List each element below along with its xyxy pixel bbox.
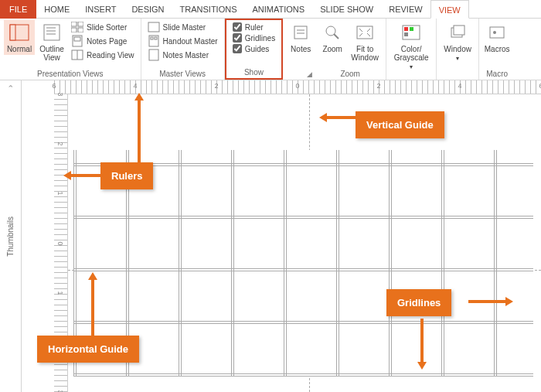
notes-button[interactable]: Notes — [287, 20, 315, 55]
zoom-button[interactable]: Zoom — [318, 20, 346, 55]
callout-rulers: Rulers — [100, 162, 153, 189]
tab-transitions[interactable]: TRANSITIONS — [172, 0, 245, 19]
fit-window-button[interactable]: Fit to Window — [348, 20, 382, 63]
window-label: Window ▾ — [442, 45, 473, 63]
guides-checkbox[interactable]: Guides — [230, 43, 277, 54]
svg-rect-17 — [155, 37, 157, 39]
workspace: › Thumbnails 6420246 3210123 Vertical Gu… — [0, 80, 541, 392]
horizontal-ruler: 6420246 — [54, 80, 541, 94]
color-grayscale-button[interactable]: Color/ Grayscale ▾ — [390, 20, 432, 73]
outline-view-button[interactable]: Outline View — [36, 20, 67, 63]
guides-check-label: Guides — [245, 45, 270, 53]
normal-icon — [9, 22, 30, 43]
ribbon-tabs: FILE HOME INSERT DESIGN TRANSITIONS ANIM… — [0, 0, 541, 19]
group-label-zoom: Zoom — [318, 68, 382, 80]
normal-view-button[interactable]: Normal — [4, 20, 35, 55]
svg-rect-14 — [148, 22, 159, 32]
svg-rect-7 — [78, 22, 83, 26]
reading-view-button[interactable]: Reading View — [69, 48, 137, 62]
color-icon — [400, 22, 422, 43]
svg-rect-18 — [149, 49, 158, 60]
handout-master-icon — [148, 35, 160, 47]
ruler-checkbox[interactable]: Ruler — [230, 22, 277, 32]
svg-point-32 — [493, 31, 496, 34]
fit-icon — [354, 22, 376, 43]
group-label-macros: Macro — [483, 68, 511, 80]
macros-button[interactable]: Macros — [483, 20, 511, 55]
svg-rect-27 — [410, 27, 413, 31]
notes-page-button[interactable]: Notes Page — [69, 34, 137, 48]
arrow-hguide — [85, 272, 100, 337]
svg-marker-42 — [505, 297, 513, 306]
gridlines-check-input[interactable] — [233, 33, 242, 43]
reading-icon — [71, 49, 83, 61]
zoom-label: Zoom — [322, 45, 342, 53]
tab-review[interactable]: REVIEW — [381, 0, 430, 19]
group-show: Ruler Gridlines Guides Show — [225, 19, 283, 80]
thumbnails-pane[interactable]: › Thumbnails — [0, 80, 22, 392]
reading-label: Reading View — [87, 51, 134, 60]
ruler-check-label: Ruler — [245, 23, 264, 32]
notes-page-icon — [71, 35, 83, 47]
gridlines-checkbox[interactable]: Gridlines — [230, 32, 277, 43]
svg-marker-44 — [417, 362, 427, 370]
tab-animations[interactable]: ANIMATIONS — [245, 0, 313, 19]
ruler-check-input[interactable] — [233, 22, 242, 32]
arrow-gridlines-down — [414, 317, 430, 371]
handout-master-button[interactable]: Handout Master — [145, 34, 220, 48]
show-dialog-launcher[interactable]: ◢ — [307, 70, 315, 80]
notes-master-icon — [148, 49, 160, 61]
macros-icon — [486, 22, 508, 43]
callout-horizontal-guide: Horizontal Guide — [37, 336, 139, 363]
group-master-views: Slide Master Handout Master Notes Master… — [141, 19, 225, 80]
tab-home[interactable]: HOME — [36, 0, 77, 19]
sorter-icon — [71, 21, 83, 33]
slide-master-button[interactable]: Slide Master — [145, 20, 220, 34]
fit-label: Fit to Window — [349, 45, 380, 62]
svg-rect-16 — [151, 37, 153, 39]
outline-label: Outline View — [38, 45, 66, 62]
svg-rect-2 — [44, 25, 60, 40]
notes-master-label: Notes Master — [163, 51, 209, 60]
svg-rect-9 — [78, 28, 83, 32]
svg-rect-11 — [74, 37, 80, 41]
thumbnails-label: Thumbnails — [6, 216, 15, 257]
slide-sorter-button[interactable]: Slide Sorter — [69, 20, 137, 34]
window-button[interactable]: Window ▾ — [441, 20, 475, 64]
window-icon — [447, 22, 468, 43]
tab-view[interactable]: VIEW — [430, 0, 469, 19]
notes-master-button[interactable]: Notes Master — [145, 48, 220, 62]
ribbon: Normal Outline View Slide Sorter Notes P… — [0, 19, 541, 80]
callout-gridlines: Gridlines — [386, 289, 451, 316]
sorter-label: Slide Sorter — [87, 23, 127, 32]
svg-marker-36 — [134, 93, 144, 101]
group-label-presentation: Presentation Views — [4, 68, 137, 80]
color-label: Color/ Grayscale ▾ — [392, 45, 430, 71]
slide-master-label: Slide Master — [163, 23, 206, 32]
svg-rect-31 — [490, 27, 504, 38]
tab-design[interactable]: DESIGN — [124, 0, 172, 19]
svg-rect-28 — [404, 32, 408, 36]
svg-rect-6 — [71, 22, 77, 26]
slide-master-icon — [148, 21, 160, 33]
arrow-gridlines-right — [467, 294, 513, 309]
arrow-rulers-up — [131, 93, 147, 164]
tab-insert[interactable]: INSERT — [77, 0, 124, 19]
svg-rect-19 — [294, 26, 307, 39]
group-presentation-views: Normal Outline View Slide Sorter Notes P… — [0, 19, 141, 80]
tab-file[interactable]: FILE — [0, 0, 36, 19]
expand-thumbnails-icon[interactable]: › — [6, 85, 15, 87]
svg-marker-40 — [88, 272, 97, 280]
gridlines-check-label: Gridlines — [245, 34, 275, 43]
guides-check-input[interactable] — [233, 44, 242, 53]
svg-rect-1 — [10, 25, 15, 40]
svg-rect-30 — [454, 26, 464, 35]
group-window: Window ▾ — [437, 19, 479, 80]
notes-icon — [290, 22, 311, 43]
tab-slideshow[interactable]: SLIDE SHOW — [312, 0, 381, 19]
svg-marker-38 — [63, 171, 71, 180]
group-color: Color/ Grayscale ▾ — [386, 19, 437, 80]
group-notes-btn: Notes ◢ — [283, 19, 315, 80]
group-label-master: Master Views — [145, 68, 220, 80]
svg-rect-26 — [404, 27, 408, 31]
